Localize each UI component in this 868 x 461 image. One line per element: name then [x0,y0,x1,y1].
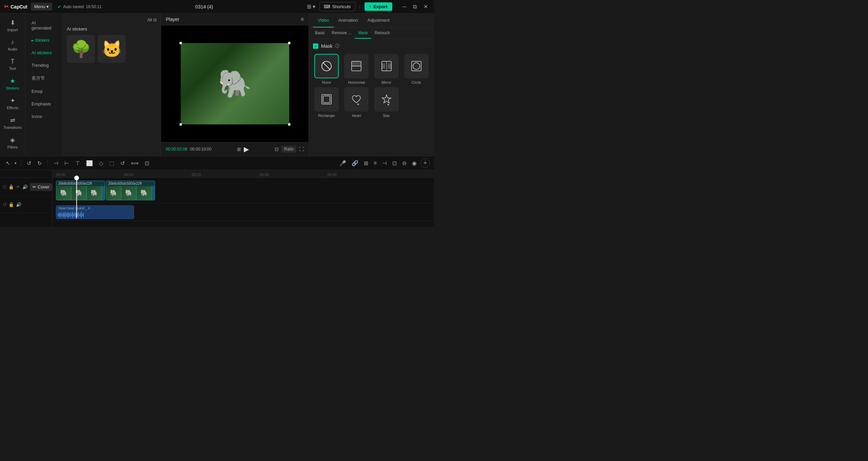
subtitle-button[interactable]: ≡ [372,159,378,167]
ruler-mark-30: |00:30 [259,173,269,177]
tab-adjustment[interactable]: Adjustment [363,14,394,27]
subtab-retouch[interactable]: Retouch [371,28,393,39]
mask-item-rectangle[interactable]: Rectangle [313,87,340,118]
tool-filters[interactable]: ◈ Filters [2,134,23,152]
export-label: Export [373,4,387,9]
resize-handle-br[interactable] [288,123,291,126]
mask-horizontal-box [344,54,369,78]
mask-item-circle[interactable]: Circle [403,54,430,84]
mask-checkbox[interactable]: ✓ [313,43,318,49]
all-filter-button[interactable]: All ⊟ [147,18,157,22]
audio-lock-button[interactable]: 🔒 [8,202,14,207]
tool-stickers[interactable]: ★ Stickers [2,75,23,93]
shortcuts-button[interactable]: ⌨ Shortcuts [319,2,355,11]
color-grading-button[interactable]: ◉ [410,159,418,167]
captions-button[interactable]: ⊡ [391,159,398,167]
check-icon: ✔ [58,4,61,9]
sidebar-item-emoji[interactable]: Emoji [27,85,61,97]
mask-item-none[interactable]: None [313,54,340,84]
keyframe-button[interactable]: ◇ [97,159,105,167]
zoom-out-button[interactable]: ⊖ [400,159,408,167]
play-button[interactable]: ▶ [244,145,249,153]
timeline-panel: ↖ ▾ ↺ ↻ ⊣ ⊢ ⊤ ⬜ ◇ ⬚ ↺ ⟺ ⊡ 🎤 🔗 ⊞ ≡ ⊣ ⊡ ⊖ … [0,156,434,230]
delete-button[interactable]: ⬜ [84,159,95,167]
link-button[interactable]: 🔗 [350,159,360,167]
export-button[interactable]: ↑ Export [364,2,392,11]
sidebar-item-trending[interactable]: Trending [27,59,61,71]
sidebar-item-zhongqiu[interactable]: 斋月节 [27,72,61,85]
layout-icon: ⊞ [307,3,311,10]
player-menu-button[interactable]: ≡ [301,16,304,22]
playhead-handle[interactable] [74,176,79,180]
subtab-mask[interactable]: Mask [355,28,371,39]
fullscreen-button[interactable]: ⛶ [299,146,304,152]
mask-item-mirror[interactable]: Mirror [373,54,400,84]
ruler-mark-0: |00:00 [56,173,65,177]
mask-item-star[interactable]: Star [373,87,400,118]
loop-button[interactable]: ↺ [119,159,126,167]
track-lock-button[interactable]: 🔒 [8,184,14,189]
sidebar-item-emphasis[interactable]: Emphasis [27,98,61,110]
clip-thumb-2: 🐘 [72,186,87,200]
layout-button[interactable]: ⊞ ▾ [307,3,315,10]
sidebar-item-ai-stickers[interactable]: AI stickers [27,47,61,59]
subtab-remove[interactable]: Remove ... [328,28,355,39]
tab-animation[interactable]: Animation [334,14,363,27]
flip-h-button[interactable]: ⟺ [129,159,140,167]
tab-video[interactable]: Video [313,14,334,27]
mask-item-horizontal[interactable]: Horizontal [343,54,370,84]
cover-label[interactable]: ✏ Cover [30,183,52,191]
ratio-button[interactable]: Ratio [281,146,296,153]
wave-bar [81,212,82,218]
crop-button[interactable]: ⊡ [143,159,151,167]
tool-adjustment[interactable]: ⊞ Adjustment [2,153,23,156]
track-mute-button[interactable]: 🔊 [22,184,28,189]
mask-info-icon[interactable]: ⓘ [335,43,339,49]
sidebar-item-ai-generated[interactable]: AI generated [27,17,61,34]
audio-clip-1[interactable]: Heart beat sound _ 4 [56,205,134,219]
timeline-scrollbar[interactable] [0,227,434,230]
grid-view-button[interactable]: ⊞ [237,146,241,152]
video-clip-2[interactable]: 20b8c600dc5050e22ff 🐘 🐘 🐘 [106,181,155,200]
track-visible-button[interactable]: 👁 [16,184,20,189]
mask-rectangle-icon [320,93,333,105]
redo-button[interactable]: ↻ [36,159,43,167]
tool-import[interactable]: ⬇ Import [2,16,23,35]
grid-button[interactable]: ⊞ [362,159,370,167]
tool-text[interactable]: T Text [2,55,23,73]
sticker-item-cat[interactable]: 🐱 [98,35,126,63]
add-track-button[interactable]: + [420,158,430,168]
track-aspect-button[interactable]: ⊡ [3,184,6,189]
mic-button[interactable]: 🎤 [338,159,348,167]
fit-screen-button[interactable]: ⊡ [275,146,279,152]
mask-item-heart[interactable]: Heart [343,87,370,118]
center-button[interactable]: ⊣ [380,159,389,167]
select-tool-button[interactable]: ↖ [4,159,12,167]
close-button[interactable]: ✕ [421,3,430,11]
undo-button[interactable]: ↺ [25,159,33,167]
tool-effects[interactable]: ✦ Effects [2,94,23,113]
clip-2-label: 20b8c600dc5050e22ff [106,181,155,186]
playhead[interactable] [76,178,77,218]
trim-button[interactable]: ⊤ [74,159,82,167]
timeline-scrollable[interactable]: |00:00 |00:10 |00:20 |00:30 |00:40 20b8c… [53,170,434,227]
audio-loop-button[interactable]: ↺ [3,202,6,207]
resize-handle-bl[interactable] [179,123,182,126]
maximize-button[interactable]: ⧉ [411,3,419,11]
resize-handle-tl[interactable] [179,42,182,44]
tool-audio[interactable]: ♪ Audio [2,36,23,54]
tool-transitions[interactable]: ⇌ Transitions [2,114,23,132]
minimize-button[interactable]: ─ [400,3,408,11]
resize-handle-tr[interactable] [288,42,291,44]
text-icon: T [11,58,15,65]
duplicate-button[interactable]: ⬚ [107,159,116,167]
split-right-button[interactable]: ⊢ [63,159,71,167]
sidebar-item-icons[interactable]: Icons [27,111,61,122]
subtab-basic[interactable]: Basic [312,28,328,39]
clip-thumb-1: 🐘 [56,186,72,200]
split-button[interactable]: ⊣ [52,159,60,167]
sticker-item-tree[interactable]: 🌳 [67,35,95,63]
audio-mute-button[interactable]: 🔊 [16,202,21,207]
video-clip-1[interactable]: 20b8c600dc5050e22ff 🐘 🐘 🐘 [56,181,105,200]
menu-button[interactable]: Menu ▾ [31,3,53,11]
